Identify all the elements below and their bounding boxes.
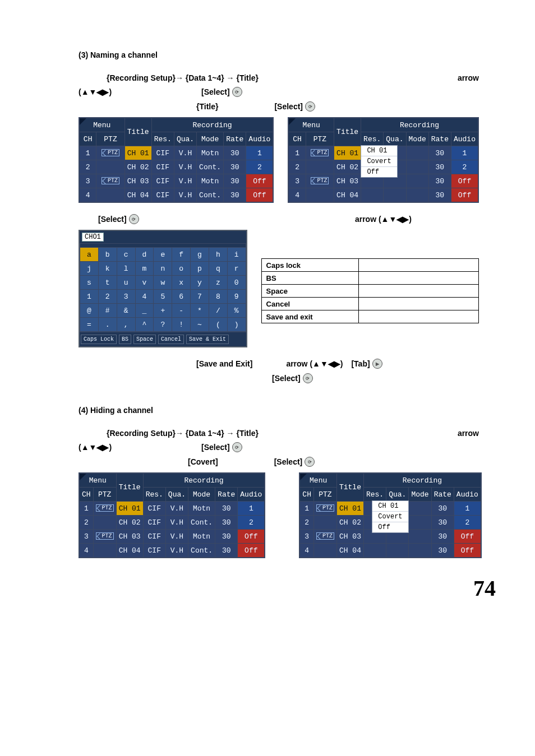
col-recording: Recording xyxy=(151,118,273,132)
select-icon: ⟳ xyxy=(305,457,315,467)
s3-instr1-left: {Recording Setup}→ {Data 1~4} → {Title} xyxy=(107,73,259,82)
s4-instr1-right: arrow xyxy=(458,429,479,438)
covert-dropdown[interactable]: CH 01 Covert Off xyxy=(372,500,408,533)
ptz-icon: PTZ xyxy=(102,149,119,156)
kbd-save-button[interactable]: Save & Exit xyxy=(186,335,229,344)
dvr-table-title-left: Menu Title Recording CH PTZ Res. Qua. Mo… xyxy=(79,117,274,203)
s4-instr1-left: {Recording Setup}→ {Data 1~4} → {Title} xyxy=(107,429,259,438)
menu-corner: Menu xyxy=(79,118,124,132)
kbd-space-button[interactable]: Space xyxy=(133,335,156,344)
table-row: 4 CH 04 CIFV.HCont.30 Off xyxy=(79,188,273,203)
dropdown-option[interactable]: Covert xyxy=(372,512,408,522)
kbd-row: 123456789 xyxy=(80,290,246,304)
menu-corner: Menu xyxy=(288,118,334,132)
s4-instr1-below-left: (▲▼◀▶) xyxy=(79,443,112,452)
select-icon: ⟳ xyxy=(129,214,139,224)
dropdown-option[interactable]: CH 01 xyxy=(372,501,408,512)
section3-title: (3) Naming a channel xyxy=(79,50,479,59)
s3-instr4-mid: [Save and Exit] xyxy=(196,359,252,368)
s3-instr4-tab: [Tab] xyxy=(351,359,370,368)
kbd-row: @#&_+-*/% xyxy=(80,304,246,318)
s3-instr3-right: arrow (▲▼◀▶) xyxy=(355,215,412,224)
s4-instr1-below-mid: [Select] xyxy=(201,443,230,452)
kbd-row: =.,^?!~() xyxy=(80,318,246,332)
select-icon: ⟳ xyxy=(232,87,242,97)
onscreen-keyboard[interactable]: CHO1 abcdefghi jklmnopqr stuvwxyz0 12345… xyxy=(79,230,247,347)
s3-instr5-mid: [Select] xyxy=(272,374,301,383)
section4-title: (4) Hiding a channel xyxy=(79,406,479,415)
s3-instr1-below-mid: [Select] xyxy=(201,87,230,96)
kbd-caps-button[interactable]: Caps Lock xyxy=(81,335,117,344)
page-number: 74 xyxy=(79,575,496,601)
kbd-bs-button[interactable]: BS xyxy=(119,335,131,344)
col-title: Title xyxy=(124,118,151,146)
keyboard-legend: Caps lock BS Space Cancel Save and exit xyxy=(261,258,479,323)
tab-icon: ▶ xyxy=(372,359,382,369)
kbd-row: jklmnopqr xyxy=(80,262,246,276)
dvr-table-covert-left: Menu Title Recording CH PTZ Res. Qua. Mo… xyxy=(79,472,265,558)
table-row: 3PTZ CH 03 CIFV.HMotn30 Off xyxy=(79,174,273,188)
kbd-row: stuvwxyz0 xyxy=(80,276,246,290)
s3-instr2-left: {Title} xyxy=(196,102,218,111)
kbd-row: abcdefghi xyxy=(80,248,246,262)
select-icon: ⟳ xyxy=(232,442,242,452)
dropdown-option[interactable]: Off xyxy=(372,522,408,532)
s3-instr2-right: [Select] xyxy=(274,102,303,111)
s4-instr2-left: [Covert] xyxy=(188,457,218,466)
table-row: 1PTZ CH 01 CIFV.HMotn30 1 xyxy=(79,146,273,160)
col-ptz: PTZ xyxy=(96,132,124,146)
s3-instr1-right: arrow xyxy=(458,73,479,82)
s3-instr4-right: arrow (▲▼◀▶) xyxy=(286,359,343,368)
select-icon: ⟳ xyxy=(305,101,315,112)
s3-instr1-below-left: (▲▼◀▶) xyxy=(79,87,112,96)
dropdown-option[interactable]: Off xyxy=(361,167,396,177)
s3-instr3-left: [Select] xyxy=(98,215,127,224)
title-dropdown[interactable]: CH 01 Covert Off xyxy=(361,145,397,178)
dropdown-option[interactable]: Covert xyxy=(361,156,396,167)
col-ch: CH xyxy=(79,132,96,146)
select-icon: ⟳ xyxy=(303,373,313,383)
ptz-icon: PTZ xyxy=(102,177,119,184)
kbd-titlebox: CHO1 xyxy=(82,233,104,242)
dropdown-option[interactable]: CH 01 xyxy=(361,146,396,156)
kbd-cancel-button[interactable]: Cancel xyxy=(158,335,184,344)
s4-instr2-right: [Select] xyxy=(274,457,303,466)
table-row: 2 CH 02 CIFV.HCont.30 2 xyxy=(79,160,273,174)
